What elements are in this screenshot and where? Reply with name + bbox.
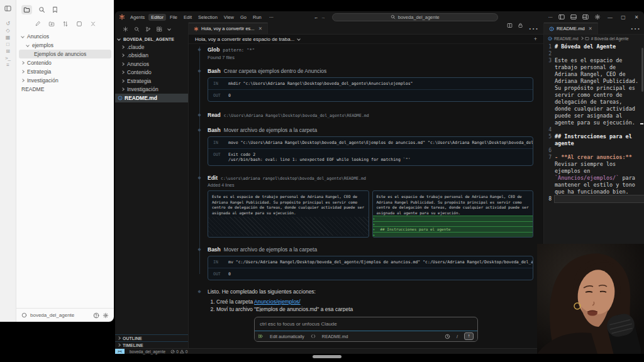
files-tab-icon[interactable] bbox=[21, 5, 32, 14]
explorer-item-.obsidian[interactable]: .obsidian bbox=[115, 52, 188, 60]
explorer-item-.claude[interactable]: .claude bbox=[115, 43, 188, 52]
editor-line-3[interactable]: 3Este es el espacio de trabajo personal … bbox=[544, 57, 644, 126]
bookmarks-tab-icon[interactable] bbox=[52, 6, 58, 13]
editor-line-2[interactable]: 2 bbox=[544, 50, 644, 57]
graph-view-icon[interactable]: ◇ bbox=[5, 28, 11, 35]
search-icon[interactable] bbox=[134, 26, 140, 32]
lock-icon[interactable] bbox=[518, 23, 523, 35]
menu-edit[interactable]: Edit bbox=[181, 14, 194, 21]
extensions-icon[interactable] bbox=[157, 26, 162, 32]
close-tab-icon[interactable]: ✕ bbox=[589, 26, 592, 31]
command-palette-icon[interactable]: ≡ bbox=[5, 62, 11, 69]
maximize-button[interactable]: ▢ bbox=[619, 14, 627, 20]
settings-gear-icon[interactable] bbox=[103, 312, 109, 319]
editor-line-5[interactable]: 5## Instrucciones para el agente bbox=[544, 133, 644, 147]
explorer-item-Anuncios[interactable]: Anuncios bbox=[115, 60, 188, 69]
explorer-item-Investigación[interactable]: Investigación bbox=[115, 85, 188, 94]
collapse-all-icon[interactable] bbox=[90, 21, 96, 27]
more-actions-icon[interactable]: ⋯ bbox=[630, 23, 644, 35]
context-file-label[interactable]: README.md bbox=[322, 334, 348, 339]
templates-icon[interactable]: ⊞ bbox=[5, 48, 11, 55]
auto-edit-icon bbox=[258, 334, 264, 339]
menu-overflow[interactable]: ⋯ bbox=[267, 14, 277, 21]
readme-tab[interactable]: README.md ✕ bbox=[544, 23, 598, 34]
tree-folder-Estrategia[interactable]: Estrategia bbox=[16, 67, 114, 76]
canvas-icon[interactable]: ▦ bbox=[5, 35, 11, 41]
edit-mode-label[interactable]: Edit automatically bbox=[270, 334, 304, 339]
claude-panel-icon[interactable] bbox=[123, 26, 128, 32]
minimize-button[interactable]: — bbox=[606, 14, 614, 20]
tree-folder-ejemplos[interactable]: ejemplos bbox=[16, 41, 114, 50]
send-button[interactable]: ↑ bbox=[464, 332, 474, 340]
source-control-icon[interactable] bbox=[145, 26, 151, 32]
toggle-panel-icon[interactable] bbox=[570, 14, 577, 20]
session-header[interactable]: Hola, voy a convertir este espacio de tr… bbox=[189, 35, 543, 44]
menu-view[interactable]: View bbox=[221, 14, 236, 21]
chat-tab[interactable]: Hola, voy a convertir es... ✕ bbox=[189, 23, 268, 34]
vault-switcher[interactable]: boveda_del_agente bbox=[16, 308, 114, 322]
daily-note-icon[interactable]: □ bbox=[5, 41, 11, 48]
editor-line-4[interactable]: 4 bbox=[544, 126, 644, 133]
editor-line-7[interactable]: 7- **Al crear anuncios:** Revisar siempr… bbox=[544, 154, 644, 195]
breadcrumb[interactable]: README.md # Bóveda del Agente bbox=[544, 35, 644, 42]
menu-go[interactable]: Go bbox=[238, 14, 249, 21]
remote-indicator[interactable]: >< bbox=[115, 349, 125, 354]
sort-order-icon[interactable] bbox=[62, 21, 69, 27]
statusbar-vault[interactable]: boveda_del_agente bbox=[130, 349, 165, 354]
close-tab-icon[interactable]: ✕ bbox=[258, 26, 262, 31]
close-button[interactable]: ✕ bbox=[633, 14, 640, 20]
menu-editor[interactable]: Editor bbox=[148, 14, 166, 21]
new-folder-icon[interactable] bbox=[48, 21, 55, 27]
sidebar-toggle-icon[interactable] bbox=[4, 5, 11, 12]
tree-folder-Investigación[interactable]: Investigación bbox=[16, 76, 114, 85]
bash-command: move "c:\Users\Adriana Rangel\Desktop\bo… bbox=[228, 140, 533, 145]
tree-file-README[interactable]: README bbox=[16, 85, 114, 94]
tree-folder-Anuncios[interactable]: Anuncios bbox=[16, 32, 114, 41]
vault-name: boveda_del_agente bbox=[30, 312, 74, 318]
chat-input[interactable] bbox=[255, 317, 477, 331]
editor-line-8[interactable]: 8 bbox=[544, 195, 644, 202]
split-editor-icon[interactable] bbox=[507, 23, 513, 35]
toggle-sidebar-icon[interactable] bbox=[558, 14, 565, 20]
new-note-icon[interactable] bbox=[35, 21, 41, 27]
tree-folder-Contenido[interactable]: Contenido bbox=[16, 58, 114, 67]
tree-file-Ejemplos de anuncios[interactable]: Ejemplos de anuncios bbox=[19, 50, 111, 58]
nav-forward-icon[interactable]: → bbox=[321, 14, 326, 20]
expand-all-icon[interactable] bbox=[76, 21, 82, 27]
editor-line-1[interactable]: 1# Bóveda del Agente bbox=[544, 43, 644, 50]
obsidian-window: ↺◇▦□⊞>_≡ AnunciosejemplosEjemplos de anu… bbox=[0, 0, 114, 322]
chat-input-box[interactable]: Edit automatically README.md / ↑ bbox=[254, 317, 478, 342]
diff-added-line: ## Instrucciones para el agente bbox=[373, 226, 533, 232]
video-scrubber-handle[interactable] bbox=[313, 355, 341, 358]
explorer-item-Estrategia[interactable]: Estrategia bbox=[115, 77, 188, 85]
command-center-search[interactable]: boveda_del_agente bbox=[332, 13, 498, 21]
quick-switcher-icon[interactable]: ↺ bbox=[5, 21, 11, 28]
outline-section[interactable]: OUTLINE bbox=[115, 334, 188, 341]
help-icon[interactable] bbox=[93, 312, 99, 319]
history-icon[interactable] bbox=[445, 334, 450, 339]
menu-run[interactable]: Run bbox=[250, 14, 264, 21]
menu-selection[interactable]: Selection bbox=[196, 14, 220, 21]
nav-back-icon[interactable]: ← bbox=[314, 14, 319, 20]
timeline-section[interactable]: TIMELINE bbox=[115, 341, 188, 348]
more-actions-icon[interactable]: ⋯ bbox=[548, 14, 553, 20]
slash-command-icon[interactable]: / bbox=[457, 334, 458, 339]
search-tab-icon[interactable] bbox=[38, 6, 45, 13]
menu-file[interactable]: File bbox=[167, 14, 180, 21]
settings-gear-icon[interactable] bbox=[594, 14, 601, 20]
new-chat-icon[interactable]: + bbox=[534, 36, 537, 42]
explorer-item-Contenido[interactable]: Contenido bbox=[115, 69, 188, 77]
explorer-item-README.md[interactable]: README.md bbox=[115, 94, 188, 102]
more-actions-icon[interactable]: ⋯ bbox=[528, 23, 538, 35]
explorer-root[interactable]: BOVEDA_DEL_AGENTE bbox=[115, 35, 188, 43]
chevron-down-icon[interactable] bbox=[167, 27, 171, 31]
menu-agents[interactable]: Agents bbox=[128, 14, 147, 21]
editor-line-6[interactable]: 6 bbox=[544, 147, 644, 154]
chat-transcript[interactable]: Globpattern: "*" Found 7 files BashCrear… bbox=[189, 44, 543, 312]
terminal-icon[interactable]: >_ bbox=[5, 55, 11, 62]
file-link[interactable]: Anuncios/ejemplos/ bbox=[254, 299, 301, 305]
layout-icon[interactable] bbox=[582, 14, 589, 20]
scrollbar-thumb[interactable] bbox=[641, 48, 643, 92]
claude-logo-icon bbox=[119, 14, 125, 20]
problems-indicator[interactable]: 0 0 bbox=[170, 349, 187, 354]
